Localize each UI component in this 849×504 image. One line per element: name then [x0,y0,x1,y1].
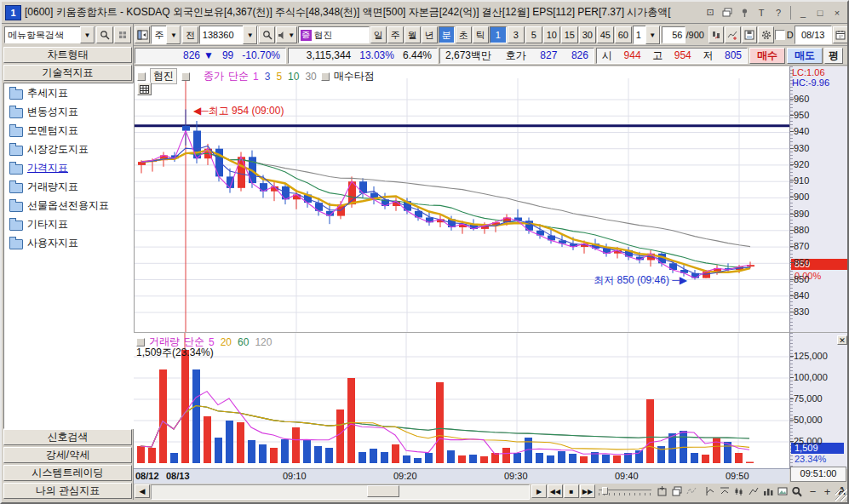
save-icon[interactable] [742,26,757,43]
replay-rewind-button[interactable]: ◀◀ [548,484,563,498]
pin-icon[interactable] [737,6,751,19]
mode-button-틱[interactable]: 틱 [473,26,489,43]
restore-window-icon[interactable]: ⊡ [703,6,717,19]
collapse-icon[interactable] [181,72,190,81]
add-pane-icon[interactable] [655,484,669,498]
zoom-in-button[interactable]: + [820,484,835,498]
stock-name-field[interactable]: 증 협진 [298,26,370,43]
period-button-월[interactable]: 월 [404,26,421,43]
add-trendline-icon[interactable] [725,26,740,43]
settings-gear-icon[interactable] [758,26,773,43]
stock-code-combo[interactable]: 138360 ▼ [199,26,258,44]
replay-speed-slider[interactable] [599,487,651,495]
scale-left-icon[interactable] [703,484,717,498]
sidebar-section-technical-indicator[interactable]: 기술적지표 [3,65,132,81]
close-volume-pane-icon[interactable]: ✕ [837,335,847,345]
text-tool-icon[interactable]: T [754,6,768,19]
zoom-candle-icon[interactable] [731,484,746,498]
interval-button-30[interactable]: 30 [579,26,596,43]
period-button-년[interactable]: 년 [422,26,438,43]
sidebar-button-signal-search[interactable]: 신호검색 [3,429,132,445]
tree-item-모멘텀지표[interactable]: 모멘텀지표 [4,121,133,140]
d-checkbox[interactable]: D [775,30,794,40]
interval-button-5[interactable]: 5 [525,26,542,43]
pattern-icon[interactable] [684,484,698,498]
interval-button-10[interactable]: 10 [543,26,560,43]
cascade-windows-icon[interactable] [720,6,734,19]
chevron-down-icon[interactable]: ▼ [243,26,257,44]
x-label-08/13: 08/13 [166,471,190,481]
panel-toggle-icon[interactable] [135,26,150,43]
help-icon[interactable]: ? [772,6,785,19]
sidebar-button-strong-weak[interactable]: 강세/약세 [3,447,132,463]
avg-button[interactable]: 평 [824,48,843,64]
grid-settings-icon[interactable] [137,83,152,95]
sidebar-button-system-trading[interactable]: 시스템트레이딩 [3,465,132,481]
h-scrollbar-track[interactable] [151,484,530,500]
slider-handle[interactable] [602,487,608,495]
buy-button[interactable]: 매수 [749,48,785,64]
title-bar[interactable]: 1 [0600] 키움종합차트 - KOSDAQ 외국인보유[4,367(천)]… [2,2,847,24]
menu-expand-icon[interactable] [114,26,131,43]
multi-chart-combo[interactable]: 1 ▼ [633,26,661,44]
period-combo[interactable]: 주 ▼ [151,26,181,44]
sell-button[interactable]: 매도 [787,48,823,64]
volume-chart[interactable]: 거래량 단순 52060120 1,509주(23.34%) [134,332,789,469]
interval-button-3[interactable]: 3 [508,26,525,43]
duplicate-chart-icon[interactable] [669,484,684,498]
tree-item-시장강도지표[interactable]: 시장강도지표 [4,140,133,158]
date-input[interactable]: 08/13 [795,26,832,44]
bar-count-input[interactable]: 56 [662,26,686,43]
tree-item-사용자지표[interactable]: 사용자지표 [4,233,133,252]
close-button[interactable]: × [830,6,844,19]
scroll-left-button[interactable]: ◀ [135,484,150,498]
collapse-icon[interactable] [136,338,145,346]
scale-top-icon[interactable] [717,484,731,498]
sound-alert-icon[interactable]: ▼ [276,26,297,43]
replay-play-button[interactable]: ▶ [531,484,547,498]
sidebar-section-chart-type[interactable]: 차트형태 [3,47,132,63]
zoom-trend-icon[interactable] [746,484,760,498]
snapshot-icon[interactable] [775,484,789,498]
tree-item-추세지표[interactable]: 추세지표 [4,83,133,102]
search-icon[interactable] [96,26,113,43]
tree-item-기타지표[interactable]: 기타지표 [4,215,133,233]
replay-forward-button[interactable]: ▶▶ [580,484,595,498]
interval-button-60[interactable]: 60 [615,26,632,43]
prev-stock-button[interactable]: 전 [182,26,198,43]
tree-item-거래량지표[interactable]: 거래량지표 [4,177,133,196]
tree-item-가격지표[interactable]: 가격지표 [4,158,133,177]
collapse-icon[interactable] [321,72,330,81]
mode-button-초[interactable]: 초 [456,26,472,43]
collapse-icon[interactable] [137,72,146,81]
price-chart-canvas[interactable]: ◀─최고 954 (09:00)최저 850 (09:46) ─▶ [135,66,790,332]
maximize-button[interactable]: □ [813,6,827,19]
minimize-button[interactable]: _ [796,6,810,19]
zoom-volume-icon[interactable] [760,484,775,498]
price-chart[interactable]: ◀─최고 954 (09:00)최저 850 (09:46) ─▶ 협진 종가 … [134,66,790,332]
menu-search-input[interactable]: 메뉴항목검색 ▼ [4,26,95,43]
calendar-icon[interactable] [833,26,848,43]
compare-chart-icon[interactable] [708,26,724,43]
zoom-out-button[interactable]: − [806,484,820,498]
volume-chart-canvas[interactable] [134,333,789,469]
volume-tick: 75,000 [794,393,823,404]
mode-button-분[interactable]: 분 [439,26,455,43]
stock-search-icon[interactable] [259,26,274,43]
h-scrollbar-thumb[interactable] [367,485,399,497]
period-button-주[interactable]: 주 [387,26,404,43]
chevron-down-icon[interactable]: ▼ [645,26,660,44]
interval-button-45[interactable]: 45 [597,26,614,43]
tree-item-변동성지표[interactable]: 변동성지표 [4,102,133,121]
chevron-down-icon[interactable]: ▼ [166,26,181,44]
resize-grip[interactable] [835,490,847,501]
magnifier-icon[interactable] [789,484,804,498]
interval-button-15[interactable]: 15 [561,26,578,43]
tree-item-선물옵션전용지표[interactable]: 선물옵션전용지표 [4,196,133,215]
sidebar-button-my-indicators[interactable]: 나의 관심지표 [3,483,132,499]
replay-stop-button[interactable]: ■ [564,484,579,498]
interval-button-1[interactable]: 1 [490,26,507,43]
period-button-일[interactable]: 일 [370,26,387,43]
checkbox-box[interactable] [775,30,785,40]
chevron-down-icon[interactable]: ▼ [80,26,95,43]
